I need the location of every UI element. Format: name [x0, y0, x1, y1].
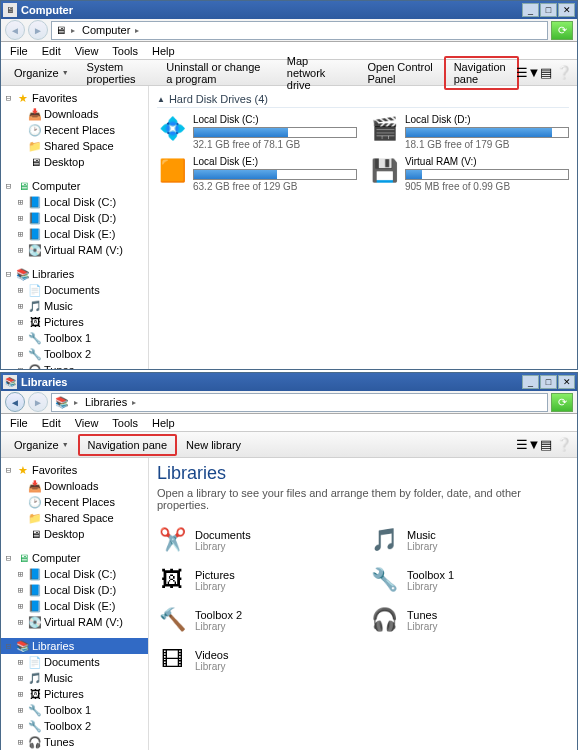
tree-item[interactable]: 📥Downloads [1, 478, 148, 494]
tree-item[interactable]: ⊞📄Documents [1, 654, 148, 670]
tree-item[interactable]: 🕑Recent Places [1, 494, 148, 510]
favorites-header[interactable]: ⊟★Favorites [1, 462, 148, 478]
address-bar[interactable]: 📚▸ Libraries▸ [51, 393, 548, 412]
tree-item[interactable]: ⊞🎵Music [1, 298, 148, 314]
drive-item[interactable]: 💠 Local Disk (C:) 32.1 GB free of 78.1 G… [157, 114, 357, 150]
maximize-button[interactable]: □ [540, 375, 557, 389]
item-icon: 🔧 [28, 347, 42, 361]
tree-item[interactable]: ⊞💽Virtual RAM (V:) [1, 242, 148, 258]
menu-edit[interactable]: Edit [35, 44, 68, 58]
tree-item[interactable]: ⊞🖼Pictures [1, 314, 148, 330]
view-options-icon[interactable]: ☰▼ [519, 436, 537, 454]
tree-item[interactable]: ⊞🔧Toolbox 1 [1, 330, 148, 346]
menu-tools[interactable]: Tools [105, 44, 145, 58]
tree-item[interactable]: ⊞📄Documents [1, 282, 148, 298]
minimize-button[interactable]: _ [522, 3, 539, 17]
library-item[interactable]: 🎞 Videos Library [157, 645, 357, 675]
titlebar: 📚 Libraries _ □ ✕ [1, 373, 577, 391]
maximize-button[interactable]: □ [540, 3, 557, 17]
preview-pane-icon[interactable]: ▤ [537, 436, 555, 454]
tree-item[interactable]: ⊞📘Local Disk (E:) [1, 598, 148, 614]
item-label: Documents [44, 656, 100, 668]
item-icon: 🖥 [28, 527, 42, 541]
tree-item[interactable]: 📥Downloads [1, 106, 148, 122]
menu-tools[interactable]: Tools [105, 416, 145, 430]
tree-item[interactable]: ⊞📘Local Disk (D:) [1, 582, 148, 598]
library-item[interactable]: ✂️ Documents Library [157, 525, 357, 555]
tree-item[interactable]: 🕑Recent Places [1, 122, 148, 138]
minimize-button[interactable]: _ [522, 375, 539, 389]
item-icon: 🖥 [28, 155, 42, 169]
library-item[interactable]: 🔧 Toolbox 1 Library [369, 565, 569, 595]
menu-view[interactable]: View [68, 416, 106, 430]
drive-name: Virtual RAM (V:) [405, 156, 569, 167]
library-item[interactable]: 🎧 Tunes Library [369, 605, 569, 635]
drive-bar [405, 169, 569, 180]
tree-item[interactable]: ⊞💽Virtual RAM (V:) [1, 614, 148, 630]
libraries-header[interactable]: ⊟📚Libraries [1, 266, 148, 282]
favorites-header[interactable]: ⊟★Favorites [1, 90, 148, 106]
toolbar: Organize▼ Navigation pane New library ☰▼… [1, 432, 577, 458]
menu-help[interactable]: Help [145, 416, 182, 430]
drive-item[interactable]: 🟧 Local Disk (E:) 63.2 GB free of 129 GB [157, 156, 357, 192]
library-item[interactable]: 🎵 Music Library [369, 525, 569, 555]
system-properties-button[interactable]: System properties [78, 57, 158, 89]
libraries-header[interactable]: ⊟📚Libraries [1, 638, 148, 654]
uninstall-button[interactable]: Uninstall or change a program [157, 57, 278, 89]
library-item[interactable]: 🖼 Pictures Library [157, 565, 357, 595]
tree-item[interactable]: ⊞📘Local Disk (E:) [1, 226, 148, 242]
close-button[interactable]: ✕ [558, 3, 575, 17]
drive-item[interactable]: 💾 Virtual RAM (V:) 905 MB free of 0.99 G… [369, 156, 569, 192]
tree-item[interactable]: 🖥Desktop [1, 154, 148, 170]
tree-item[interactable]: 📁Shared Space [1, 510, 148, 526]
menu-file[interactable]: File [3, 44, 35, 58]
computer-header[interactable]: ⊟🖥Computer [1, 178, 148, 194]
address-bar[interactable]: 🖥▸ Computer▸ [51, 21, 548, 40]
drive-bar [193, 127, 357, 138]
organize-button[interactable]: Organize▼ [5, 435, 78, 455]
tree-item[interactable]: ⊞📘Local Disk (C:) [1, 194, 148, 210]
tree-item[interactable]: 🖥Desktop [1, 526, 148, 542]
menu-edit[interactable]: Edit [35, 416, 68, 430]
item-icon: 📘 [28, 599, 42, 613]
organize-button[interactable]: Organize▼ [5, 63, 78, 83]
address-segment[interactable]: Computer [82, 24, 130, 36]
forward-button[interactable]: ► [28, 20, 48, 40]
computer-header[interactable]: ⊟🖥Computer [1, 550, 148, 566]
address-segment[interactable]: Libraries [85, 396, 127, 408]
forward-button[interactable]: ► [28, 392, 48, 412]
preview-pane-icon[interactable]: ▤ [537, 64, 555, 82]
item-icon: 📘 [28, 211, 42, 225]
tree-item[interactable]: ⊞📘Local Disk (C:) [1, 566, 148, 582]
tree-item[interactable]: ⊞🎧Tunes [1, 362, 148, 369]
menu-help[interactable]: Help [145, 44, 182, 58]
back-button[interactable]: ◄ [5, 20, 25, 40]
navigation-pane-button[interactable]: Navigation pane [78, 434, 178, 456]
library-item[interactable]: 🔨 Toolbox 2 Library [157, 605, 357, 635]
tree-item[interactable]: 📁Shared Space [1, 138, 148, 154]
help-icon[interactable]: ❔ [555, 64, 573, 82]
navigation-pane-button[interactable]: Navigation pane [444, 56, 519, 90]
tree-item[interactable]: ⊞🎵Music [1, 670, 148, 686]
drive-name: Local Disk (C:) [193, 114, 357, 125]
menu-view[interactable]: View [68, 44, 106, 58]
tree-item[interactable]: ⊞📘Local Disk (D:) [1, 210, 148, 226]
group-header[interactable]: ▲Hard Disk Drives (4) [157, 91, 569, 108]
tree-item[interactable]: ⊞🔧Toolbox 2 [1, 718, 148, 734]
tree-item[interactable]: ⊞🔧Toolbox 2 [1, 346, 148, 362]
tree-item[interactable]: ⊞🖼Pictures [1, 686, 148, 702]
help-icon[interactable]: ❔ [555, 436, 573, 454]
tree-item[interactable]: ⊞🔧Toolbox 1 [1, 702, 148, 718]
new-library-button[interactable]: New library [177, 435, 250, 455]
menu-file[interactable]: File [3, 416, 35, 430]
open-control-panel-button[interactable]: Open Control Panel [358, 57, 443, 89]
item-icon: 📁 [28, 511, 42, 525]
refresh-button[interactable]: ⟳ [551, 21, 573, 40]
refresh-button[interactable]: ⟳ [551, 393, 573, 412]
drive-item[interactable]: 🎬 Local Disk (D:) 18.1 GB free of 179 GB [369, 114, 569, 150]
tree-item[interactable]: ⊞🎧Tunes [1, 734, 148, 750]
view-options-icon[interactable]: ☰▼ [519, 64, 537, 82]
close-button[interactable]: ✕ [558, 375, 575, 389]
back-button[interactable]: ◄ [5, 392, 25, 412]
item-icon: 📘 [28, 583, 42, 597]
